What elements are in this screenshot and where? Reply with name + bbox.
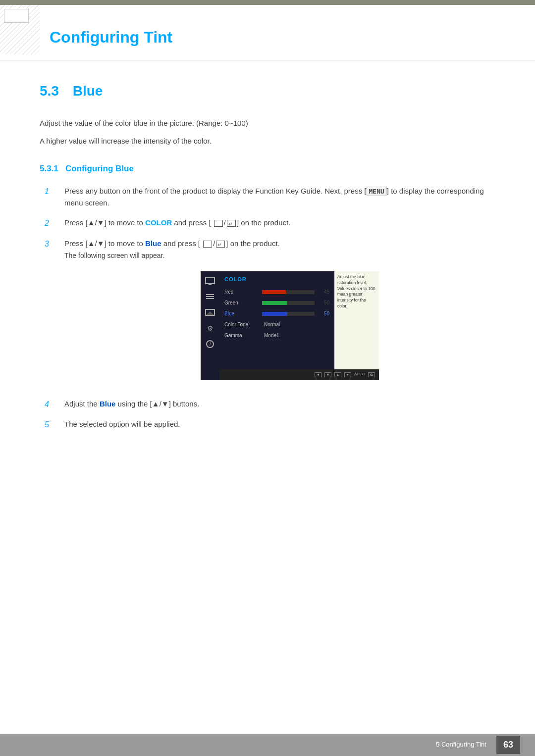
step-5: 5 The selected option will be applied. — [45, 418, 495, 431]
menu-value-green: 50 — [318, 299, 329, 307]
section-title: Blue — [73, 83, 103, 99]
step-4: 4 Adjust the Blue using the [▲/▼] button… — [45, 398, 495, 411]
screen-mockup: ⚙ i COLOR Red — [201, 271, 379, 380]
menu-bar-fill-red — [262, 290, 286, 294]
screen-container: ⚙ i COLOR Red — [84, 271, 495, 380]
sidebar-icons: ⚙ i — [201, 271, 219, 380]
subsection-number: 5.3.1 — [40, 164, 58, 173]
step-1-num: 1 — [45, 185, 59, 198]
menu-item-gamma: Gamma Mode1 — [224, 330, 329, 341]
btn-power: ⏻ — [368, 372, 375, 377]
sidebar-icon-pic — [205, 308, 215, 317]
section-heading: 5.3 Blue — [40, 80, 495, 102]
menu-item-colortone: Color Tone Normal — [224, 319, 329, 330]
menu-bar-fill-green — [262, 301, 287, 305]
button-icon-enter — [227, 220, 236, 227]
menu-label-blue: Blue — [224, 310, 259, 318]
menu-title: COLOR — [224, 275, 329, 284]
footer-section-text: 5 Configuring Tint — [436, 740, 486, 750]
sidebar-icon-info: i — [205, 340, 215, 349]
following-screen-text: The following screen will appear. — [64, 252, 164, 259]
menu-label-colortone: Color Tone — [224, 321, 259, 329]
btn-auto-text: AUTO — [354, 371, 365, 378]
footer: 5 Configuring Tint 63 — [0, 734, 535, 756]
step-2: 2 Press [▲/▼] to move to COLOR and press… — [45, 217, 495, 230]
section-number: 5.3 — [40, 83, 59, 99]
menu-value-red: 45 — [318, 288, 329, 296]
menu-item-blue: Blue 50 — [224, 308, 329, 319]
menu-bar-blue — [262, 312, 315, 316]
step-5-content: The selected option will be applied. — [64, 418, 495, 430]
subsection-title: Configuring Blue — [65, 164, 134, 173]
header-area: Configuring Tint — [0, 5, 535, 60]
menu-value-gamma: Mode1 — [264, 332, 279, 340]
step-2-content: Press [▲/▼] to move to COLOR and press [… — [64, 217, 495, 229]
menu-value-blue: 50 — [318, 310, 329, 318]
btn-down: ▼ — [324, 372, 331, 377]
btn-right: ► — [344, 372, 351, 377]
blue-keyword: Blue — [145, 239, 161, 248]
footer-page-number: 63 — [496, 736, 520, 754]
step-3-content: Press [▲/▼] to move to Blue and press [ … — [64, 238, 495, 390]
step-1-content: Press any button on the front of the pro… — [64, 185, 495, 209]
step-4-num: 4 — [45, 398, 59, 411]
lines-icon — [206, 294, 214, 299]
description-2: A higher value will increase the intensi… — [40, 135, 495, 147]
menu-bar-red — [262, 290, 315, 294]
top-bar — [0, 0, 535, 5]
menu-key: MENU — [367, 187, 387, 196]
description-1: Adjust the value of the color blue in th… — [40, 117, 495, 129]
step-5-num: 5 — [45, 418, 59, 431]
sidebar-icon-gear: ⚙ — [205, 324, 215, 333]
bottom-bar: ◄ ▼ ▲ ► AUTO ⏻ — [219, 369, 379, 380]
button-icon-square — [214, 220, 223, 227]
step-2-num: 2 — [45, 217, 59, 230]
header-white-box — [4, 9, 29, 23]
blue-keyword-2: Blue — [100, 400, 116, 408]
page-title: Configuring Tint — [40, 20, 495, 50]
menu-area: COLOR Red 45 Green — [219, 271, 334, 380]
btn-up: ▲ — [334, 372, 341, 377]
main-content: 5.3 Blue Adjust the value of the color b… — [0, 60, 535, 479]
steps-list: 1 Press any button on the front of the p… — [45, 185, 495, 431]
step-4-content: Adjust the Blue using the [▲/▼] buttons. — [64, 398, 495, 410]
menu-value-colortone: Normal — [264, 321, 280, 329]
subsection-heading: 5.3.1 Configuring Blue — [40, 162, 495, 175]
step-3-num: 3 — [45, 238, 59, 251]
btn-left: ◄ — [315, 372, 321, 377]
info-icon: i — [206, 340, 214, 348]
menu-item-red: Red 45 — [224, 287, 329, 298]
monitor-icon — [205, 277, 215, 284]
menu-bar-fill-blue — [262, 312, 287, 316]
step-1: 1 Press any button on the front of the p… — [45, 185, 495, 209]
step-3: 3 Press [▲/▼] to move to Blue and press … — [45, 238, 495, 390]
color-keyword: COLOR — [145, 218, 172, 227]
menu-item-green: Green 50 — [224, 298, 329, 308]
menu-label-gamma: Gamma — [224, 332, 259, 340]
menu-bar-green — [262, 301, 315, 305]
picture-icon — [205, 309, 215, 316]
button-icon-enter-2 — [216, 241, 225, 248]
menu-label-red: Red — [224, 288, 259, 296]
screen-tooltip: Adjust the blue saturation level. Values… — [334, 271, 379, 380]
button-icon-square-2 — [203, 241, 212, 248]
gear-icon: ⚙ — [207, 323, 214, 334]
sidebar-icon-monitor — [205, 276, 215, 285]
sidebar-icon-lines — [205, 292, 215, 301]
menu-label-green: Green — [224, 299, 259, 307]
